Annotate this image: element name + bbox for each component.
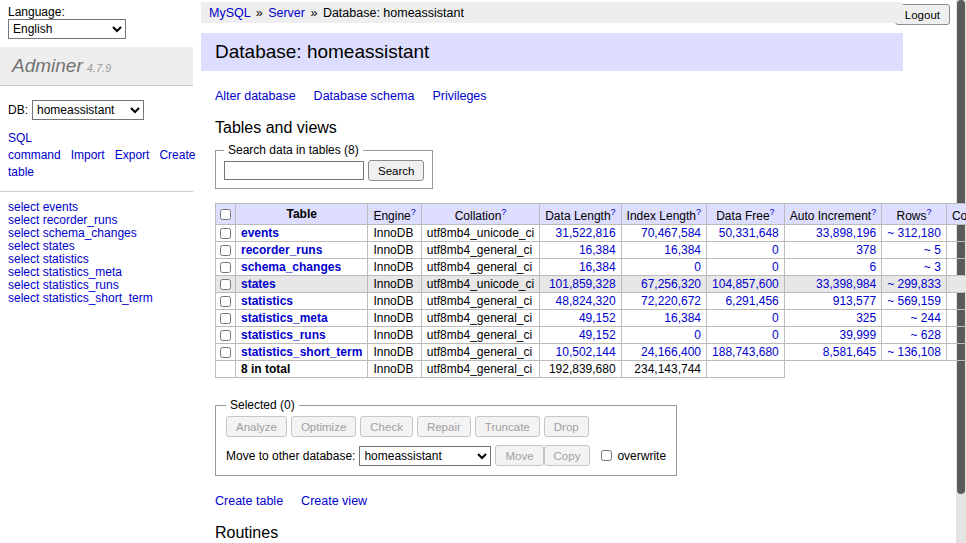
index-length-link[interactable]: 67,256,320: [641, 277, 701, 291]
app-name-link[interactable]: Adminer: [12, 55, 83, 76]
optimize-button[interactable]: Optimize: [291, 416, 356, 437]
table-name-link[interactable]: statistics_runs: [241, 328, 326, 342]
data-length-link[interactable]: 16,384: [579, 243, 616, 257]
data-length-cell: 101,859,328: [540, 276, 621, 293]
table-name-link[interactable]: statistics_short_term: [241, 345, 362, 359]
sidebar-action-link[interactable]: SQL command: [8, 131, 61, 162]
logout-button[interactable]: Logout: [895, 4, 950, 25]
sidebar-action-link[interactable]: Export: [115, 148, 150, 162]
breadcrumb-link-server[interactable]: Server: [268, 6, 305, 20]
sidebar: Language:English Adminer4.7.9 DB:homeass…: [0, 0, 193, 314]
help-link[interactable]: ?: [770, 207, 775, 217]
copy-button[interactable]: Copy: [544, 445, 591, 466]
rows-link[interactable]: ~ 628: [911, 328, 941, 342]
data-free-link[interactable]: 188,743,680: [712, 345, 779, 359]
row-checkbox[interactable]: [220, 245, 231, 256]
db-action-link[interactable]: Alter database: [215, 89, 296, 103]
help-link[interactable]: ?: [871, 207, 876, 217]
create-link[interactable]: Create view: [301, 494, 367, 508]
rows-link[interactable]: ~ 5: [924, 243, 941, 257]
truncate-button[interactable]: Truncate: [475, 416, 540, 437]
total-data-length-cell: 192,839,680: [540, 361, 621, 378]
analyze-button[interactable]: Analyze: [226, 416, 287, 437]
data-length-link[interactable]: 49,152: [579, 311, 616, 325]
table-name-link[interactable]: statistics_meta: [241, 311, 328, 325]
rows-link[interactable]: ~ 3: [924, 260, 941, 274]
data-length-link[interactable]: 101,859,328: [549, 277, 616, 291]
index-length-link[interactable]: 70,467,584: [641, 226, 701, 240]
row-checkbox[interactable]: [220, 262, 231, 273]
row-checkbox[interactable]: [220, 347, 231, 358]
help-link[interactable]: ?: [927, 207, 932, 217]
check-button[interactable]: Check: [360, 416, 413, 437]
data-length-link[interactable]: 48,824,320: [556, 294, 616, 308]
data-length-link[interactable]: 49,152: [579, 328, 616, 342]
help-link[interactable]: ?: [611, 207, 616, 217]
rows-link[interactable]: ~ 312,180: [887, 226, 941, 240]
data-free-link[interactable]: 0: [772, 311, 779, 325]
table-name-link[interactable]: events: [241, 226, 279, 240]
index-length-link[interactable]: 16,384: [664, 243, 701, 257]
rows-link[interactable]: ~ 299,833: [887, 277, 941, 291]
index-length-cell: 67,256,320: [621, 276, 706, 293]
auto-increment-link[interactable]: 8,581,645: [823, 345, 876, 359]
row-checkbox[interactable]: [220, 228, 231, 239]
data-length-link[interactable]: 10,502,144: [556, 345, 616, 359]
row-checkbox[interactable]: [220, 313, 231, 324]
table-name-link[interactable]: states: [241, 277, 276, 291]
sidebar-table-link[interactable]: select statistics_short_term: [8, 292, 185, 305]
auto-increment-link[interactable]: 378: [856, 243, 876, 257]
auto-increment-link[interactable]: 33,898,196: [816, 226, 876, 240]
select-all-checkbox[interactable]: [220, 209, 231, 220]
move-button[interactable]: Move: [495, 445, 543, 466]
data-free-link[interactable]: 0: [772, 260, 779, 274]
sidebar-action-link[interactable]: Import: [71, 148, 105, 162]
rows-link[interactable]: ~ 244: [911, 311, 941, 325]
db-select[interactable]: homeassistant: [32, 100, 144, 120]
table-name-link[interactable]: schema_changes: [241, 260, 341, 274]
table-name-link[interactable]: recorder_runs: [241, 243, 322, 257]
index-length-link[interactable]: 72,220,672: [641, 294, 701, 308]
table-name-link[interactable]: statistics: [241, 294, 293, 308]
data-free-link[interactable]: 104,857,600: [712, 277, 779, 291]
search-input[interactable]: [224, 161, 364, 180]
data-free-link[interactable]: 0: [772, 243, 779, 257]
auto-increment-link[interactable]: 325: [856, 311, 876, 325]
data-length-link[interactable]: 31,522,816: [556, 226, 616, 240]
auto-increment-link[interactable]: 39,999: [839, 328, 876, 342]
auto-increment-link[interactable]: 6: [869, 260, 876, 274]
move-target-select[interactable]: homeassistant: [359, 446, 491, 466]
rows-link[interactable]: ~ 136,108: [887, 345, 941, 359]
data-free-link[interactable]: 50,331,648: [719, 226, 779, 240]
db-action-link[interactable]: Database schema: [314, 89, 415, 103]
help-link[interactable]: ?: [501, 207, 506, 217]
create-link[interactable]: Create table: [215, 494, 283, 508]
help-link[interactable]: ?: [411, 207, 416, 217]
help-link[interactable]: ?: [696, 207, 701, 217]
overwrite-option[interactable]: overwrite: [599, 449, 666, 463]
auto-increment-link[interactable]: 913,577: [833, 294, 876, 308]
data-free-link[interactable]: 6,291,456: [725, 294, 778, 308]
overwrite-checkbox[interactable]: [601, 450, 612, 461]
auto-increment-cell: 33,398,984: [784, 276, 881, 293]
index-length-link[interactable]: 16,384: [664, 311, 701, 325]
index-length-link[interactable]: 0: [694, 260, 701, 274]
row-checkbox[interactable]: [220, 330, 231, 341]
row-checkbox[interactable]: [220, 279, 231, 290]
auto-increment-link[interactable]: 33,398,984: [816, 277, 876, 291]
comment-cell: [946, 344, 966, 361]
breadcrumb-link-mysql[interactable]: MySQL: [209, 6, 250, 20]
column-header-auto-increment: Auto Increment?: [784, 204, 881, 225]
repair-button[interactable]: Repair: [417, 416, 471, 437]
comment-cell: [946, 242, 966, 259]
db-action-link[interactable]: Privileges: [432, 89, 486, 103]
language-select[interactable]: English: [8, 19, 126, 39]
index-length-link[interactable]: 24,166,400: [641, 345, 701, 359]
drop-button[interactable]: Drop: [544, 416, 589, 437]
row-checkbox[interactable]: [220, 296, 231, 307]
data-length-link[interactable]: 16,384: [579, 260, 616, 274]
data-free-link[interactable]: 0: [772, 328, 779, 342]
rows-link[interactable]: ~ 569,159: [887, 294, 941, 308]
index-length-link[interactable]: 0: [694, 328, 701, 342]
search-button[interactable]: Search: [368, 160, 424, 181]
